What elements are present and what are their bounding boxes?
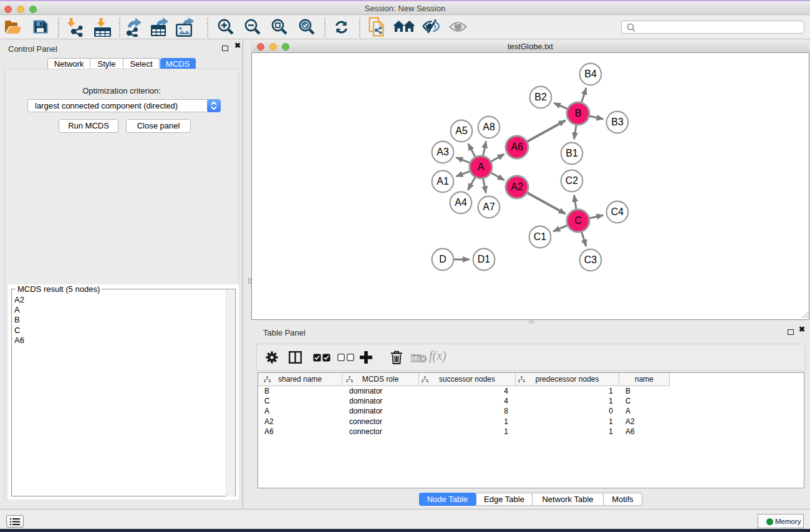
svg-text:C: C <box>574 215 582 226</box>
svg-text:A7: A7 <box>483 201 495 212</box>
svg-text:B: B <box>575 108 582 118</box>
svg-text:A: A <box>478 162 485 172</box>
svg-text:B1: B1 <box>566 148 578 158</box>
svg-text:A6: A6 <box>511 142 523 152</box>
svg-text:C3: C3 <box>584 254 597 265</box>
svg-text:C2: C2 <box>566 175 579 186</box>
svg-text:B3: B3 <box>611 117 624 127</box>
svg-text:A2: A2 <box>511 181 523 192</box>
svg-text:C1: C1 <box>534 231 547 242</box>
svg-text:B2: B2 <box>534 92 547 102</box>
svg-text:B4: B4 <box>584 69 597 79</box>
svg-text:A1: A1 <box>436 176 449 186</box>
svg-text:D1: D1 <box>478 254 491 264</box>
svg-text:A8: A8 <box>483 122 495 132</box>
svg-text:D: D <box>439 254 446 264</box>
svg-text:C4: C4 <box>611 206 624 217</box>
svg-text:A3: A3 <box>436 147 449 157</box>
svg-text:A4: A4 <box>455 197 467 208</box>
svg-text:A5: A5 <box>455 125 468 136</box>
